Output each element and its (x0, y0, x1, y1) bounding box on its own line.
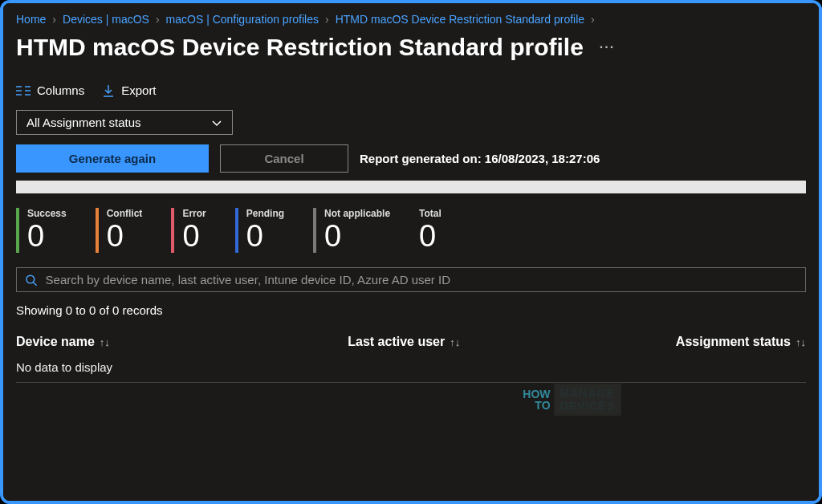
sort-icon: ↑↓ (100, 336, 110, 348)
stat-pending[interactable]: Pending 0 (235, 208, 284, 253)
chevron-right-icon: › (591, 13, 595, 26)
generate-again-button[interactable]: Generate again (16, 144, 209, 173)
progress-bar (16, 181, 806, 193)
no-data-message: No data to display (16, 360, 806, 383)
breadcrumb-devices[interactable]: Devices | macOS (63, 13, 149, 26)
stat-error[interactable]: Error 0 (171, 208, 206, 253)
chevron-down-icon (211, 119, 222, 127)
svg-line-9 (34, 282, 37, 285)
page-title: HTMD macOS Device Restriction Standard p… (16, 34, 806, 61)
sort-icon: ↑↓ (450, 336, 460, 348)
action-row: Generate again Cancel Report generated o… (16, 144, 806, 173)
column-device-name[interactable]: Device name ↑↓ (16, 335, 348, 349)
column-assignment-status[interactable]: Assignment status ↑↓ (648, 335, 806, 349)
breadcrumb: Home › Devices | macOS › macOS | Configu… (16, 13, 806, 26)
columns-icon (16, 85, 31, 96)
assignment-status-dropdown[interactable]: All Assignment status (16, 110, 233, 135)
search-input[interactable] (46, 273, 797, 287)
table-header: Device name ↑↓ Last active user ↑↓ Assig… (16, 335, 806, 349)
more-options-icon[interactable]: ··· (600, 40, 615, 55)
download-icon (102, 84, 115, 97)
stat-conflict[interactable]: Conflict 0 (96, 208, 143, 253)
records-count: Showing 0 to 0 of 0 records (16, 303, 806, 317)
sort-icon: ↑↓ (796, 336, 806, 348)
chevron-right-icon: › (156, 13, 160, 26)
stat-success[interactable]: Success 0 (16, 208, 67, 253)
watermark: HOW TO MANAGE DEVICES (523, 384, 621, 416)
breadcrumb-home[interactable]: Home (16, 13, 46, 26)
columns-button[interactable]: Columns (16, 83, 84, 97)
chevron-right-icon: › (325, 13, 329, 26)
chevron-right-icon: › (52, 13, 56, 26)
search-box[interactable] (16, 267, 806, 292)
breadcrumb-config-profiles[interactable]: macOS | Configuration profiles (166, 13, 319, 26)
stats-row: Success 0 Conflict 0 Error 0 Pending 0 (16, 208, 806, 253)
export-button[interactable]: Export (102, 83, 156, 97)
breadcrumb-current[interactable]: HTMD macOS Device Restriction Standard p… (336, 13, 584, 26)
toolbar: Columns Export (16, 83, 806, 97)
svg-point-8 (26, 275, 35, 283)
stat-not-applicable[interactable]: Not applicable 0 (313, 208, 390, 253)
report-generated-label: Report generated on: 16/08/2023, 18:27:0… (360, 152, 600, 165)
cancel-button: Cancel (220, 144, 348, 173)
column-last-active-user[interactable]: Last active user ↑↓ (348, 335, 648, 349)
stat-total[interactable]: Total 0 (419, 208, 442, 253)
search-icon (25, 274, 38, 287)
